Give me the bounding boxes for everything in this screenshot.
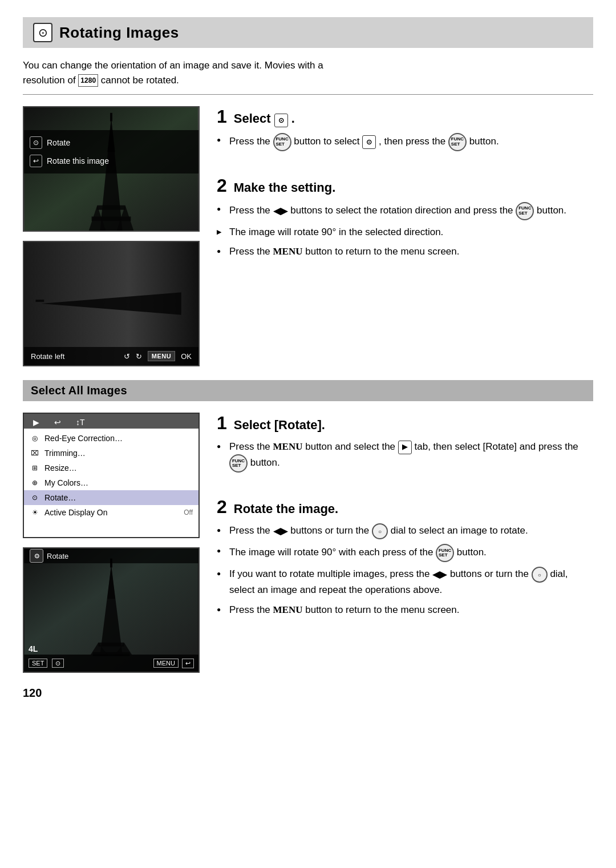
menu-item-display: ☀ Active Display On Off [24, 505, 198, 520]
sec2-step-1-body: Press the MENU button and select the ▶ t… [217, 439, 593, 473]
rotate-list-icon: ⊙ [30, 492, 40, 503]
step-2-title: 2 Make the setting. [217, 175, 593, 196]
sec2-step-2: 2 Rotate the image. Press the ◀▶ buttons… [217, 496, 593, 622]
sec2-step-2-title: 2 Rotate the image. [217, 496, 593, 518]
svg-rect-7 [110, 113, 112, 122]
func-set-btn-2: FUNCSET [448, 133, 467, 151]
rotate-top-bar: ⊙ Rotate [24, 548, 198, 563]
red-eye-icon: ◎ [30, 433, 40, 443]
sec2-step-2-bullet-4: Press the MENU button to return to the m… [217, 603, 593, 617]
svg-rect-3 [97, 205, 125, 210]
sec2-step-2-bullet-2: The image will rotate 90° with each pres… [217, 544, 593, 562]
sec2-step-2-bullet-1: Press the ◀▶ buttons or turn the ○ dial … [217, 523, 593, 539]
sec2-step-2-bullet-3: If you want to rotate multiple images, p… [217, 567, 593, 597]
rotate-image-icon: ↩ [30, 155, 42, 167]
resize-icon: ⊞ [30, 463, 40, 473]
menu-overlay-1: ⊙ Rotate ↩ Rotate this image [24, 130, 198, 173]
camera-screen-1: ⊙ Rotate ↩ Rotate this image [23, 106, 200, 232]
step-2-body: Press the ◀▶ buttons to select the rotat… [217, 202, 593, 260]
page-title: Rotating Images [59, 24, 179, 42]
sec2-step-1-title: 1 Select [Rotate]. [217, 413, 593, 434]
menu-row-rotate-image: ↩ Rotate this image [24, 152, 198, 170]
menu-label-box: MENU [153, 659, 179, 668]
step-1-bullet-1: Press the FUNCSET button to select ⊙ , t… [217, 133, 593, 151]
mycolors-icon: ⊕ [30, 478, 40, 488]
set-label: SET [29, 659, 47, 668]
trimming-icon: ⌧ [30, 448, 40, 458]
rotate-bottom-bar: Rotate left ↺ ↻ MENU OK [24, 347, 198, 365]
func-set-btn-5: FUNCSET [436, 544, 454, 562]
tab-setup: ↕T [71, 416, 90, 429]
rotate-icon-box: ⊙ [52, 659, 64, 668]
menu-button-label: MENU [148, 351, 175, 361]
func-set-btn-4: FUNCSET [229, 454, 248, 473]
section2-images: ▶ ↩ ↕T ◎ Red-Eye Correction… ⌧ Trimming…… [23, 413, 200, 673]
step-2-bullet-2: The image will rotate 90° in the selecte… [217, 225, 593, 240]
menu-item-trimming: ⌧ Trimming… [24, 446, 198, 461]
step-2-bullet-1: Press the ◀▶ buttons to select the rotat… [217, 202, 593, 220]
tab-play: ▶ [29, 416, 44, 429]
display-icon: ☀ [30, 507, 40, 518]
step-1: 1 Select ⊙ . Press the FUNCSET button to… [217, 106, 593, 156]
svg-rect-10 [35, 300, 44, 302]
sec2-step-1: 1 Select [Rotate]. Press the MENU button… [217, 413, 593, 477]
rotate-inline-icon: ⊙ [274, 114, 288, 127]
section1-images: ⊙ Rotate ↩ Rotate this image [23, 106, 200, 366]
section1-steps: 1 Select ⊙ . Press the FUNCSET button to… [217, 106, 593, 366]
menu-item-mycolors: ⊕ My Colors… [24, 475, 198, 490]
menu-tabs: ▶ ↩ ↕T [24, 414, 198, 429]
sec2-step-2-body: Press the ◀▶ buttons or turn the ○ dial … [217, 523, 593, 617]
dial-icon-1: ○ [372, 523, 388, 539]
menu-item-red-eye: ◎ Red-Eye Correction… [24, 431, 198, 446]
tower-svg-3 [24, 548, 198, 672]
rotate-bottom-bar-2: SET ⊙ MENU ↩ [24, 655, 198, 672]
dial-icon-2: ○ [532, 567, 548, 583]
func-set-btn-1: FUNCSET [273, 133, 291, 151]
menu-item-rotate: ⊙ Rotate… [24, 490, 198, 505]
menu-row-rotate: ⊙ Rotate [24, 134, 198, 152]
section2-header: Select All Images [23, 380, 593, 401]
rotate-top-icon: ⊙ [30, 549, 43, 563]
step-1-title: 1 Select ⊙ . [217, 106, 593, 127]
rotate-menu-icon: ⊙ [30, 136, 42, 149]
play-tab-icon: ▶ [398, 441, 412, 454]
step-1-body: Press the FUNCSET button to select ⊙ , t… [217, 133, 593, 151]
step-2: 2 Make the setting. Press the ◀▶ buttons… [217, 175, 593, 264]
section1: ⊙ Rotate ↩ Rotate this image [23, 106, 593, 366]
quality-label: 4L [29, 644, 38, 653]
section2-steps: 1 Select [Rotate]. Press the MENU button… [217, 413, 593, 673]
intro-text: You can change the orientation of an ima… [23, 58, 593, 87]
func-set-btn-3: FUNCSET [516, 202, 534, 220]
rotate-select-icon: ⊙ [362, 135, 376, 149]
section2: ▶ ↩ ↕T ◎ Red-Eye Correction… ⌧ Trimming…… [23, 413, 593, 673]
back-icon-box: ↩ [182, 659, 194, 668]
sec2-step-1-bullet-1: Press the MENU button and select the ▶ t… [217, 439, 593, 473]
camera-screen-2: Rotate left ↺ ↻ MENU OK [23, 241, 200, 366]
svg-rect-14 [98, 643, 124, 647]
rotate-icon: ⊙ [33, 23, 52, 42]
resolution-icon: 1280 [78, 74, 98, 87]
page-number: 120 [23, 687, 593, 700]
menu-items-list: ◎ Red-Eye Correction… ⌧ Trimming… ⊞ Resi… [24, 429, 198, 522]
menu-item-resize: ⊞ Resize… [24, 461, 198, 475]
tab-print: ↩ [50, 416, 66, 429]
rotate-screen-2: ⊙ Rotate 4L SET ⊙ MENU ↩ [23, 547, 200, 673]
step-2-bullet-3: Press the MENU button to return to the m… [217, 244, 593, 259]
menu-list-screen: ▶ ↩ ↕T ◎ Red-Eye Correction… ⌧ Trimming…… [23, 413, 200, 538]
page-header: ⊙ Rotating Images [23, 17, 593, 48]
